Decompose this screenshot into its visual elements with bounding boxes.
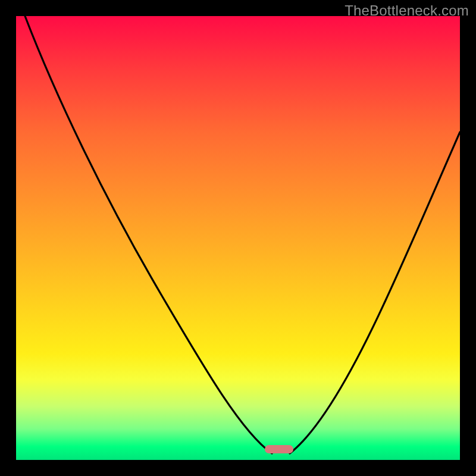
minimum-marker — [265, 445, 293, 453]
attribution-text: TheBottleneck.com — [345, 2, 469, 19]
chart-frame: TheBottleneck.com — [0, 0, 476, 476]
plot-area — [16, 16, 460, 460]
bottleneck-curve — [16, 16, 460, 460]
